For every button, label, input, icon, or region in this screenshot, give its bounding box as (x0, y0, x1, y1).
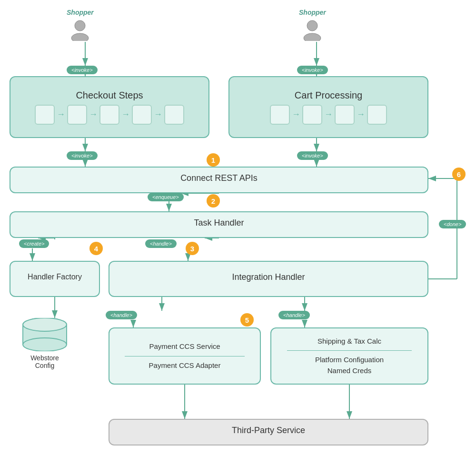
cart-steps-row: → → → (270, 105, 387, 125)
payment-group-box: Payment CCS Service Payment CCS Adapter (109, 327, 261, 385)
arrow-3: → (121, 109, 130, 119)
step-3 (99, 105, 119, 125)
shopper-right: Shopper (299, 9, 326, 41)
create-pill: <create> (19, 239, 49, 248)
invoke-pill-left-top: <invoke> (67, 66, 98, 74)
handle-pill-top: <handle> (145, 239, 177, 248)
step-1 (35, 105, 55, 125)
arrow-2: → (89, 109, 98, 119)
payment-ccs-service-label: Payment CCS Service (149, 341, 220, 352)
badge-1: 1 (207, 153, 220, 167)
handle-pill-right: <handle> (278, 311, 310, 319)
database-icon (21, 318, 69, 351)
svg-point-31 (304, 33, 321, 41)
checkout-steps-box: Checkout Steps → → → → (10, 76, 209, 138)
connect-rest-box: Connect REST APIs (10, 167, 428, 193)
cart-step-1 (270, 105, 290, 125)
third-party-box: Third-Party Service (109, 419, 428, 445)
shipping-tax-label: Shipping & Tax Calc (317, 336, 381, 347)
invoke-pill-right-top: <invoke> (297, 66, 328, 74)
arrow-4: → (154, 109, 162, 119)
cart-step-3 (335, 105, 355, 125)
badge-4: 4 (89, 242, 103, 255)
database-label: WebstoreConfig (30, 354, 59, 369)
platform-config-label: Platform ConfiguationNamed Creds (315, 355, 384, 376)
shipping-group-box: Shipping & Tax Calc Platform Configuatio… (270, 327, 428, 385)
integration-handler-box: Integration Handler (109, 261, 428, 297)
cart-arrow-3: → (357, 109, 365, 119)
svg-point-34 (23, 338, 67, 351)
cart-arrow-2: → (324, 109, 333, 119)
diagram: Shopper Shopper <invoke> <invoke> Checko… (0, 0, 476, 465)
third-party-title: Third-Party Service (232, 425, 305, 435)
step-2 (67, 105, 87, 125)
badge-3: 3 (186, 242, 199, 255)
shopper-right-icon (301, 18, 324, 41)
task-handler-title: Task Handler (194, 218, 244, 228)
handler-factory-title: Handler Factory (28, 272, 82, 282)
svg-point-28 (75, 20, 85, 31)
cart-step-2 (302, 105, 322, 125)
step-5 (164, 105, 184, 125)
badge-6: 6 (452, 168, 466, 181)
cart-processing-title: Cart Processing (295, 90, 362, 101)
cart-step-4 (367, 105, 387, 125)
handle-pill-left: <handle> (106, 311, 137, 319)
shopper-left-label: Shopper (67, 9, 94, 16)
payment-ccs-adapter-label: Payment CCS Adapter (149, 360, 221, 371)
shopper-right-label: Shopper (299, 9, 326, 16)
shopper-left: Shopper (67, 9, 94, 41)
shopper-left-icon (69, 18, 91, 41)
badge-5: 5 (240, 313, 254, 326)
invoke-pill-left-bot: <invoke> (67, 151, 98, 160)
invoke-pill-right-bot: <invoke> (297, 151, 328, 160)
svg-point-35 (23, 318, 67, 331)
database-container: WebstoreConfig (21, 318, 69, 369)
cart-processing-box: Cart Processing → → → (228, 76, 428, 138)
cart-arrow-1: → (292, 109, 300, 119)
enqueue-pill: <enqueue> (148, 193, 184, 201)
connect-rest-title: Connect REST APIs (180, 173, 258, 183)
integration-handler-title: Integration Handler (232, 272, 305, 282)
checkout-steps-row: → → → → (35, 105, 184, 125)
handler-factory-box: Handler Factory (10, 261, 100, 297)
svg-point-30 (307, 20, 317, 31)
checkout-steps-title: Checkout Steps (76, 90, 143, 101)
svg-point-29 (71, 33, 89, 41)
arrow-1: → (57, 109, 65, 119)
step-4 (132, 105, 152, 125)
done-pill: <done> (439, 220, 466, 228)
task-handler-box: Task Handler (10, 211, 428, 238)
badge-2: 2 (207, 194, 220, 208)
